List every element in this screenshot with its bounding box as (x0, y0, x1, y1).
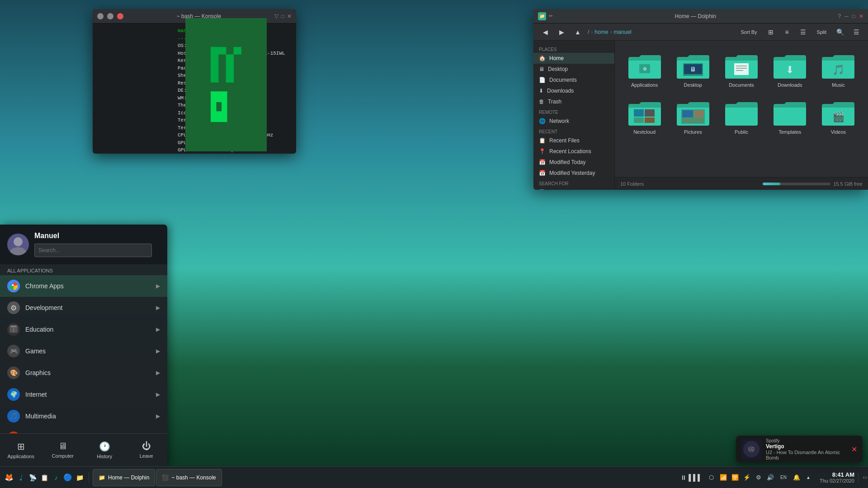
dolphin-titlebar: 📁 ✏ Home — Dolphin ? ─ □ ✕ (533, 9, 868, 23)
sidebar-item-modified-yesterday[interactable]: 📅 Modified Yesterday (533, 168, 614, 178)
taskbar-icon-spotify[interactable]: ♪ (51, 472, 61, 483)
recent-label: Recent (533, 127, 614, 135)
konsole-btn-icon: ⬛ (162, 474, 169, 481)
up-button[interactable]: ▲ (571, 26, 584, 38)
back-button[interactable]: ◀ (539, 26, 552, 38)
play-pause-icon[interactable]: ⏸ (680, 474, 687, 481)
breadcrumb-manuel[interactable]: manuel (613, 29, 631, 35)
taskbar-icon-app6[interactable]: 🔵 (62, 472, 73, 483)
breadcrumb-home[interactable]: home (594, 29, 608, 35)
app-item-games[interactable]: 🎮 Games ▶ (0, 340, 167, 362)
sidebar-search-docs-label: Documents (549, 189, 577, 190)
app-item-office[interactable]: 📄 Office ▶ (0, 427, 167, 433)
minimize-button[interactable] (97, 13, 104, 19)
taskbar-icon-juk[interactable]: ♩ (15, 472, 26, 483)
folder-applications[interactable]: ⚙ Applications (622, 48, 667, 91)
close-button[interactable] (117, 13, 123, 19)
folder-nextcloud[interactable]: Nextcloud (622, 95, 667, 138)
sidebar-item-desktop[interactable]: 🖥 Desktop (533, 64, 614, 75)
sidebar-item-modified-today[interactable]: 📅 Modified Today (533, 157, 614, 168)
sidebar-item-recent-locations[interactable]: 📍 Recent Locations (533, 146, 614, 157)
forward-button[interactable]: ▶ (555, 26, 568, 38)
start-search-input[interactable] (34, 244, 152, 257)
sidebar-item-downloads[interactable]: ⬇ Downloads (533, 85, 614, 96)
taskbar-icon-firefox[interactable]: 🦊 (4, 472, 14, 483)
battery-charging-icon[interactable]: ⚡ (742, 473, 752, 483)
wifi-icon[interactable]: 🛜 (730, 473, 740, 483)
spotify-artist-name: U2 - How To Dismantle An Atomic Bomb (766, 450, 847, 460)
dolphin-edit-icon[interactable]: ✏ (549, 13, 553, 19)
trash-icon: 🗑 (539, 99, 544, 105)
folder-public[interactable]: Public (719, 95, 764, 138)
app-item-education[interactable]: Education ▶ (0, 319, 167, 340)
folder-music[interactable]: 🎵 Music (816, 48, 861, 91)
maximize-icon[interactable]: □ (852, 13, 855, 19)
compact-view-button[interactable]: ≡ (781, 26, 793, 38)
volume-icon[interactable]: 🔊 (765, 473, 775, 483)
split-button[interactable]: Split (813, 26, 830, 38)
minimize-icon[interactable]: ─ (844, 13, 849, 19)
footer-history-label: History (97, 454, 112, 459)
sidebar-item-network[interactable]: 🌐 Network (533, 116, 614, 127)
svg-rect-21 (634, 117, 644, 123)
network-icon[interactable]: 📶 (718, 473, 728, 483)
settings-tray-icon[interactable]: ⚙ (754, 473, 764, 483)
app-item-multimedia[interactable]: 🎵 Multimedia ▶ (0, 405, 167, 427)
folder-videos[interactable]: 🎬 Videos (816, 95, 861, 138)
svg-text:🎵: 🎵 (832, 64, 845, 76)
footer-leave-btn[interactable]: ⏻ Leave (126, 437, 168, 463)
dolphin-app-icon: 📁 (538, 12, 546, 20)
search-button[interactable]: 🔍 (834, 26, 846, 38)
app-item-development[interactable]: ⚙ Development ▶ (0, 297, 167, 319)
sidebar-item-search-documents[interactable]: 📄 Documents (533, 187, 614, 190)
search-for-label: Search For (533, 178, 614, 187)
folder-documents[interactable]: Documents (719, 48, 764, 91)
bluetooth-icon[interactable]: ⬡ (707, 473, 717, 483)
keyboard-layout-icon[interactable]: EN (777, 473, 790, 483)
sidebar-item-recent-files[interactable]: 📋 Recent Files (533, 135, 614, 146)
spotify-close-button[interactable]: ✕ (851, 445, 857, 454)
clock-area[interactable]: 8:41 AM Thu 02/27/2020 (816, 471, 858, 483)
taskbar-icon-rss[interactable]: 📡 (27, 472, 38, 483)
sidebar-home-label: Home (549, 55, 564, 61)
taskbar-dolphin-btn[interactable]: 📁 Home — Dolphin (93, 469, 155, 486)
footer-computer-btn[interactable]: 🖥 Computer (42, 437, 84, 463)
dolphin-btn-label: Home — Dolphin (108, 474, 149, 481)
show-desktop-button[interactable]: ▭ (858, 473, 868, 483)
folder-desktop[interactable]: 🖥 Desktop (670, 48, 715, 91)
details-view-button[interactable]: ☰ (797, 26, 810, 38)
sidebar-item-documents[interactable]: 📄 Documents (533, 75, 614, 85)
taskbar-icon-knotes[interactable]: 📋 (39, 472, 50, 483)
help-icon[interactable]: ? (838, 13, 841, 19)
maximize-button[interactable] (107, 13, 113, 19)
up-arrow-icon[interactable]: ▲ (803, 473, 813, 483)
icons-view-button[interactable]: ⊞ (764, 26, 777, 38)
app-item-graphics[interactable]: 🎨 Graphics ▶ (0, 362, 167, 384)
folder-templates[interactable]: Templates (768, 95, 812, 138)
app-list: Chrome Apps ▶ ⚙ Development ▶ Education … (0, 275, 167, 433)
volume-bars-icon[interactable]: ▌▌▌ (689, 474, 702, 481)
sort-by-button[interactable]: Sort By (737, 26, 761, 38)
app-item-internet[interactable]: 🌍 Internet ▶ (0, 384, 167, 405)
games-icon: 🎮 (7, 345, 20, 357)
svg-rect-13 (734, 63, 749, 75)
dolphin-toolbar: ◀ ▶ ▲ / › home › manuel Sort By ⊞ ≡ ☰ Sp… (533, 23, 868, 41)
folder-downloads[interactable]: ⬇ Downloads (768, 48, 812, 91)
taskbar-icon-dolphin-launcher[interactable]: 📁 (74, 472, 85, 483)
notifications-icon[interactable]: 🔔 (792, 473, 802, 483)
app-item-chrome-apps[interactable]: Chrome Apps ▶ (0, 275, 167, 297)
close-icon[interactable]: ✕ (859, 13, 863, 19)
folder-pictures[interactable]: Pictures (670, 95, 715, 138)
footer-history-btn[interactable]: 🕐 History (84, 437, 126, 463)
sidebar-item-trash[interactable]: 🗑 Trash (533, 96, 614, 107)
taskbar-konsole-btn[interactable]: ⬛ ~ bash — Konsole (156, 469, 222, 486)
footer-applications-btn[interactable]: ⊞ Applications (0, 437, 42, 463)
svg-text:U2: U2 (749, 447, 755, 452)
sidebar-item-home[interactable]: 🏠 Home (533, 53, 614, 64)
media-controls: ⏸ ▌▌▌ (678, 474, 705, 481)
dolphin-body: Places 🏠 Home 🖥 Desktop 📄 Documents ⬇ Do… (533, 41, 868, 190)
app-name-games: Games (25, 347, 46, 355)
hamburger-button[interactable]: ☰ (850, 26, 863, 38)
chevron-right-icon: ▶ (156, 370, 160, 376)
breadcrumb-root[interactable]: / (588, 29, 589, 35)
